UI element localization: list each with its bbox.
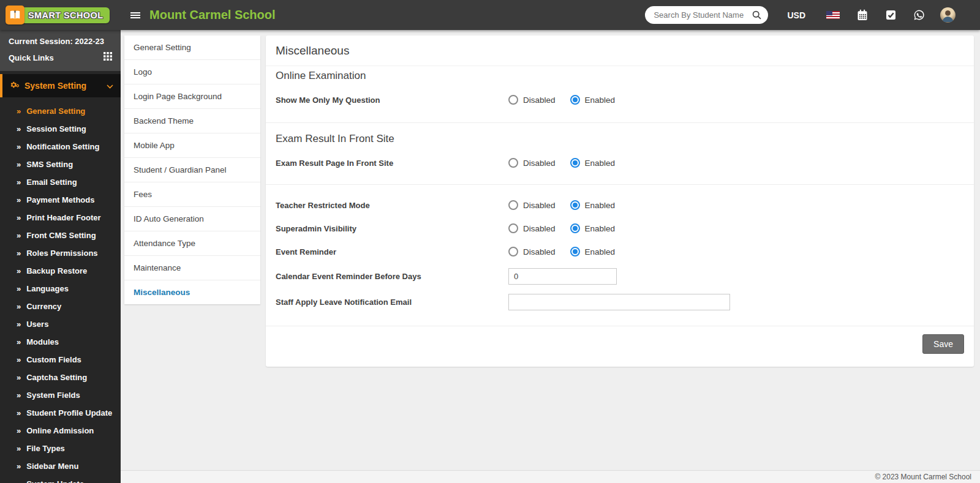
radio-circle-icon bbox=[570, 223, 580, 233]
radio-disabled[interactable]: Disabled bbox=[508, 158, 556, 168]
sidebar-item[interactable]: » Roles Permissions bbox=[0, 244, 121, 262]
top-header: SMART SCHOOL Mount Carmel School USD bbox=[0, 0, 980, 30]
sidebar-item[interactable]: » File Types bbox=[0, 440, 121, 457]
sidebar-item[interactable]: » Users bbox=[0, 315, 121, 333]
sidebar-item[interactable]: » Session Setting bbox=[0, 120, 121, 138]
currency-selector[interactable]: USD bbox=[787, 10, 805, 20]
sidebar-item-label: Online Admission bbox=[26, 426, 94, 435]
save-button[interactable]: Save bbox=[922, 334, 964, 354]
sidebar-item[interactable]: » Backup Restore bbox=[0, 262, 121, 280]
sidebar-item-label: Modules bbox=[26, 337, 59, 346]
settings-tab-label: Miscellaneous bbox=[134, 288, 190, 297]
radio-circle-icon bbox=[570, 200, 580, 210]
radio-disabled[interactable]: Disabled bbox=[508, 223, 556, 233]
settings-tab[interactable]: Login Page Background bbox=[124, 84, 260, 109]
sidebar-item-label: Custom Fields bbox=[26, 355, 81, 364]
settings-tab-label: Logo bbox=[134, 67, 152, 77]
radio-disabled[interactable]: Disabled bbox=[508, 247, 556, 256]
sidebar-item[interactable]: » System Update bbox=[0, 475, 121, 483]
sidebar-item[interactable]: » General Setting bbox=[0, 102, 121, 120]
double-chevron-right-icon: » bbox=[17, 426, 21, 435]
settings-tab[interactable]: Logo bbox=[124, 60, 260, 84]
double-chevron-right-icon: » bbox=[17, 142, 21, 151]
settings-tab[interactable]: ID Auto Generation bbox=[124, 207, 260, 231]
save-bar: Save bbox=[266, 326, 974, 367]
row-teacher-restricted-mode: Teacher Restricted Mode Disabled Enabled bbox=[266, 193, 974, 217]
book-logo-icon bbox=[6, 6, 24, 24]
sidebar-item[interactable]: » Sidebar Menu bbox=[0, 457, 121, 475]
online-examination-heading: Online Examination bbox=[266, 66, 974, 88]
radio-label: Enabled bbox=[585, 159, 616, 168]
sidebar-item[interactable]: » Online Admission bbox=[0, 422, 121, 440]
school-name-title: Mount Carmel School bbox=[149, 8, 276, 22]
sidebar-item-label: Currency bbox=[26, 302, 61, 311]
settings-tab-label: Login Page Background bbox=[134, 92, 222, 101]
sidebar-item[interactable]: » Modules bbox=[0, 333, 121, 351]
sidebar-item[interactable]: » SMS Setting bbox=[0, 155, 121, 173]
sidebar-item-label: Notification Setting bbox=[26, 142, 99, 151]
sidebar-item[interactable]: » Languages bbox=[0, 280, 121, 298]
sidebar-section-title: System Setting bbox=[24, 81, 86, 91]
sidebar-item[interactable]: » Captcha Setting bbox=[0, 369, 121, 386]
search-icon[interactable] bbox=[750, 9, 763, 21]
sidebar-item-label: Backup Restore bbox=[26, 266, 87, 275]
settings-tab[interactable]: Mobile App bbox=[124, 133, 260, 158]
settings-tab[interactable]: Backend Theme bbox=[124, 109, 260, 133]
radio-enabled[interactable]: Enabled bbox=[570, 95, 616, 105]
hamburger-menu-icon[interactable] bbox=[130, 12, 140, 18]
settings-tab[interactable]: Maintenance bbox=[124, 256, 260, 280]
sidebar-item-label: Session Setting bbox=[26, 124, 86, 133]
row-show-me-only-my-question: Show Me Only My Question Disabled Enable… bbox=[266, 88, 974, 111]
task-check-icon[interactable] bbox=[885, 9, 897, 21]
user-avatar[interactable] bbox=[940, 7, 956, 23]
settings-tab[interactable]: Miscellaneous bbox=[124, 280, 260, 304]
row-exam-result-page: Exam Result Page In Front Site Disabled … bbox=[266, 151, 974, 174]
settings-tab[interactable]: General Setting bbox=[124, 36, 260, 60]
double-chevron-right-icon: » bbox=[17, 337, 21, 346]
sidebar-item[interactable]: » Currency bbox=[0, 298, 121, 315]
sidebar-item[interactable]: » Front CMS Setting bbox=[0, 227, 121, 244]
calendar-icon[interactable] bbox=[856, 9, 869, 21]
sidebar-section-system-setting[interactable]: System Setting bbox=[0, 74, 121, 97]
search-input[interactable] bbox=[654, 10, 750, 20]
sidebar-item[interactable]: » Custom Fields bbox=[0, 351, 121, 369]
quick-links[interactable]: Quick Links bbox=[9, 52, 112, 63]
radio-label: Enabled bbox=[585, 247, 616, 256]
sidebar-item-label: Print Header Footer bbox=[26, 213, 100, 222]
sidebar-item[interactable]: » Notification Setting bbox=[0, 138, 121, 155]
settings-tab[interactable]: Fees bbox=[124, 182, 260, 207]
student-search-box bbox=[645, 6, 768, 24]
settings-tab-label: Attendance Type bbox=[134, 239, 195, 248]
logo-text: SMART SCHOOL bbox=[19, 7, 110, 23]
sidebar-item[interactable]: » Email Setting bbox=[0, 173, 121, 191]
staff-leave-email-input[interactable] bbox=[508, 294, 730, 310]
sidebar-item[interactable]: » Student Profile Update bbox=[0, 404, 121, 422]
double-chevron-right-icon: » bbox=[17, 391, 21, 400]
radio-circle-icon bbox=[570, 158, 580, 168]
radio-enabled[interactable]: Enabled bbox=[570, 158, 616, 168]
sidebar-item[interactable]: » System Fields bbox=[0, 386, 121, 404]
radio-circle-icon bbox=[508, 95, 518, 105]
radio-disabled[interactable]: Disabled bbox=[508, 200, 556, 210]
settings-tab-label: General Setting bbox=[134, 43, 191, 52]
app-logo[interactable]: SMART SCHOOL bbox=[0, 0, 121, 30]
settings-tab[interactable]: Attendance Type bbox=[124, 231, 260, 256]
double-chevron-right-icon: » bbox=[17, 320, 21, 329]
us-flag-icon[interactable] bbox=[826, 11, 840, 19]
chevron-down-icon bbox=[107, 81, 113, 91]
sidebar-item-label: Captcha Setting bbox=[26, 373, 87, 382]
sidebar-item[interactable]: » Payment Methods bbox=[0, 191, 121, 209]
whatsapp-icon[interactable] bbox=[913, 9, 925, 21]
radio-enabled[interactable]: Enabled bbox=[570, 247, 616, 256]
sidebar-item-label: Languages bbox=[26, 284, 69, 293]
radio-enabled[interactable]: Enabled bbox=[570, 223, 616, 233]
grid-menu-icon[interactable] bbox=[104, 52, 112, 63]
sidebar-menu-list: » General Setting » Session Setting » No… bbox=[0, 97, 121, 483]
radio-enabled[interactable]: Enabled bbox=[570, 200, 616, 210]
sidebar-item[interactable]: » Print Header Footer bbox=[0, 209, 121, 227]
radio-disabled[interactable]: Disabled bbox=[508, 95, 556, 105]
double-chevron-right-icon: » bbox=[17, 462, 21, 471]
settings-tab[interactable]: Student / Guardian Panel bbox=[124, 158, 260, 182]
settings-tab-label: Mobile App bbox=[134, 141, 175, 150]
calendar-event-days-input[interactable] bbox=[508, 268, 617, 285]
